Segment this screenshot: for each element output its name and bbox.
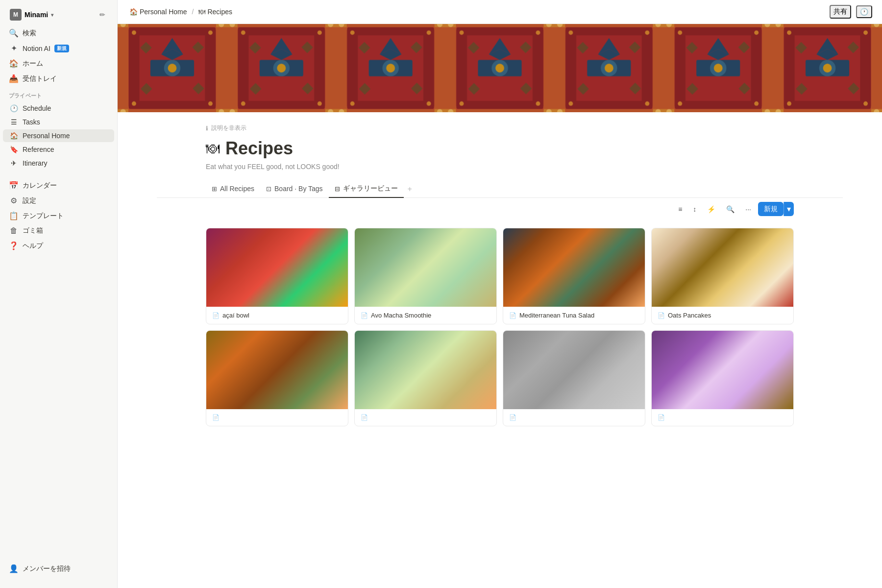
home-icon: 🏠 — [9, 59, 19, 68]
filter-button[interactable]: ≡ — [674, 203, 686, 215]
content-area: ℹ 説明を非表示 🍽 Recipes Eat what you FEEL goo… — [118, 24, 882, 588]
card-title-oats: Oats Pancakes — [668, 312, 711, 319]
add-view-button[interactable]: + — [404, 181, 416, 197]
sidebar-item-tasks-label: Tasks — [23, 118, 40, 126]
info-icon: ℹ — [206, 125, 208, 132]
doc-icon: 📄 — [361, 414, 368, 421]
tabs-bar: ⊞ All Recipes ⊡ Board · By Tags ⊟ ギャラリービ… — [157, 180, 843, 198]
nav-notion-ai-label: Notion AI — [23, 45, 50, 52]
breadcrumb-page[interactable]: 🍽 Recipes — [196, 7, 234, 17]
nav-trash[interactable]: 🗑 ゴミ箱 — [3, 224, 114, 238]
gallery-area: 📄 açaí bowl 📄 Avo Macha Smoothie 📄 — [157, 220, 843, 446]
sidebar-top: M Minami ▾ ✏ — [0, 0, 117, 25]
gallery-grid: 📄 açaí bowl 📄 Avo Macha Smoothie 📄 — [206, 228, 794, 426]
templates-icon: 📋 — [9, 211, 19, 220]
nav-calendar-label: カレンダー — [23, 181, 57, 190]
new-badge: 新規 — [54, 45, 69, 52]
sort-button[interactable]: ↕ — [689, 203, 700, 215]
card-label-r2b: 📄 — [355, 409, 496, 426]
card-image-avo — [355, 228, 496, 307]
new-record-button[interactable]: 新規 — [758, 202, 784, 216]
new-dropdown-button[interactable]: ▾ — [784, 202, 794, 216]
invite-icon: 👤 — [9, 564, 19, 573]
card-title-avo: Avo Macha Smoothie — [371, 312, 431, 319]
tab-board-by-tags[interactable]: ⊡ Board · By Tags — [260, 181, 329, 197]
sidebar: M Minami ▾ ✏ 🔍 検索 ✦ Notion AI 新規 🏠 ホーム 📥… — [0, 0, 118, 588]
sidebar-item-reference[interactable]: 🔖 Reference — [3, 143, 114, 156]
card-label-acai: 📄 açaí bowl — [206, 307, 348, 324]
sidebar-item-schedule[interactable]: 🕐 Schedule — [3, 102, 114, 115]
nav-notion-ai[interactable]: ✦ Notion AI 新規 — [3, 41, 114, 55]
nav-settings-label: 設定 — [23, 196, 36, 205]
nav-trash-label: ゴミ箱 — [23, 226, 43, 235]
history-button[interactable]: 🕐 — [856, 5, 872, 18]
user-menu-button[interactable]: M Minami ▾ ✏ — [6, 6, 111, 24]
hide-description-label: 説明を非表示 — [211, 124, 246, 132]
topbar-actions: 共有 🕐 — [830, 5, 872, 19]
nav-search[interactable]: 🔍 検索 — [3, 26, 114, 40]
nav-settings[interactable]: ⚙ 設定 — [3, 194, 114, 208]
sidebar-item-schedule-label: Schedule — [23, 104, 51, 112]
reference-icon: 🔖 — [9, 146, 19, 153]
breadcrumb-home[interactable]: 🏠 Personal Home — [127, 7, 189, 17]
doc-icon: 📄 — [658, 414, 665, 421]
gallery-card-avo[interactable]: 📄 Avo Macha Smoothie — [354, 228, 497, 324]
nav-templates[interactable]: 📋 テンプレート — [3, 209, 114, 223]
tab-all-recipes-label: All Recipes — [220, 185, 254, 193]
doc-icon: 📄 — [509, 414, 516, 421]
breadcrumb-home-label: Personal Home — [140, 8, 187, 16]
gallery-card-r2d[interactable]: 📄 — [651, 330, 794, 426]
search-icon: 🔍 — [9, 28, 19, 38]
tab-board-by-tags-label: Board · By Tags — [274, 185, 323, 193]
board-icon: ⊡ — [266, 185, 271, 193]
sidebar-item-itinerary[interactable]: ✈ Itinerary — [3, 157, 114, 170]
automation-button[interactable]: ⚡ — [703, 203, 719, 215]
new-page-icon[interactable]: ✏ — [98, 9, 107, 21]
gallery-card-r2c[interactable]: 📄 — [503, 330, 645, 426]
breadcrumb-home-icon: 🏠 — [129, 8, 138, 16]
user-name-label: Minami — [24, 11, 48, 19]
doc-icon: 📄 — [361, 312, 368, 319]
doc-icon: 📄 — [509, 312, 516, 319]
nav-home[interactable]: 🏠 ホーム — [3, 56, 114, 71]
share-button[interactable]: 共有 — [830, 5, 851, 19]
invite-members-button[interactable]: 👤 メンバーを招待 — [3, 562, 114, 576]
nav-help-label: ヘルプ — [23, 242, 43, 250]
tab-gallery-view[interactable]: ⊟ ギャラリービュー — [329, 180, 404, 198]
tab-gallery-view-label: ギャラリービュー — [343, 184, 398, 193]
nav-help[interactable]: ❓ ヘルプ — [3, 239, 114, 253]
nav-inbox[interactable]: 📥 受信トレイ — [3, 72, 114, 86]
gallery-card-oats[interactable]: 📄 Oats Pancakes — [651, 228, 794, 324]
gallery-card-r2b[interactable]: 📄 — [354, 330, 497, 426]
nav-calendar[interactable]: 📅 カレンダー — [3, 178, 114, 193]
history-icon: 🕐 — [860, 8, 868, 16]
main-content: 🏠 Personal Home / 🍽 Recipes 共有 🕐 — [118, 0, 882, 588]
chevron-down-icon: ▾ — [51, 12, 53, 18]
more-options-button[interactable]: ··· — [741, 203, 755, 215]
gallery-card-acai[interactable]: 📄 açaí bowl — [206, 228, 348, 324]
page-header: ℹ 説明を非表示 🍽 Recipes Eat what you FEEL goo… — [157, 112, 843, 171]
hide-description-button[interactable]: ℹ 説明を非表示 — [206, 124, 794, 132]
nav-inbox-label: 受信トレイ — [23, 74, 57, 83]
nav-templates-label: テンプレート — [23, 212, 64, 220]
card-label-r2c: 📄 — [503, 409, 645, 426]
search-button[interactable]: 🔍 — [722, 203, 738, 215]
page-title: Recipes — [225, 138, 293, 159]
card-title-med: Mediterranean Tuna Salad — [519, 312, 594, 319]
page-title-row: 🍽 Recipes — [206, 138, 794, 159]
card-label-r2d: 📄 — [652, 409, 793, 426]
page-banner — [118, 24, 882, 112]
notion-ai-icon: ✦ — [9, 44, 19, 53]
nav-home-label: ホーム — [23, 59, 43, 68]
sidebar-item-tasks[interactable]: ☰ Tasks — [3, 116, 114, 128]
sidebar-item-personal-home[interactable]: 🏠 Personal Home — [3, 129, 114, 142]
breadcrumb-page-icon: 🍽 — [198, 8, 205, 16]
doc-icon: 📄 — [212, 312, 220, 319]
card-title-acai: açaí bowl — [222, 312, 249, 319]
gallery-card-med[interactable]: 📄 Mediterranean Tuna Salad — [503, 228, 645, 324]
help-icon: ❓ — [9, 241, 19, 250]
tasks-icon: ☰ — [9, 118, 19, 126]
sidebar-item-personal-home-label: Personal Home — [23, 132, 70, 140]
tab-all-recipes[interactable]: ⊞ All Recipes — [206, 181, 260, 197]
gallery-card-r2a[interactable]: 📄 — [206, 330, 348, 426]
